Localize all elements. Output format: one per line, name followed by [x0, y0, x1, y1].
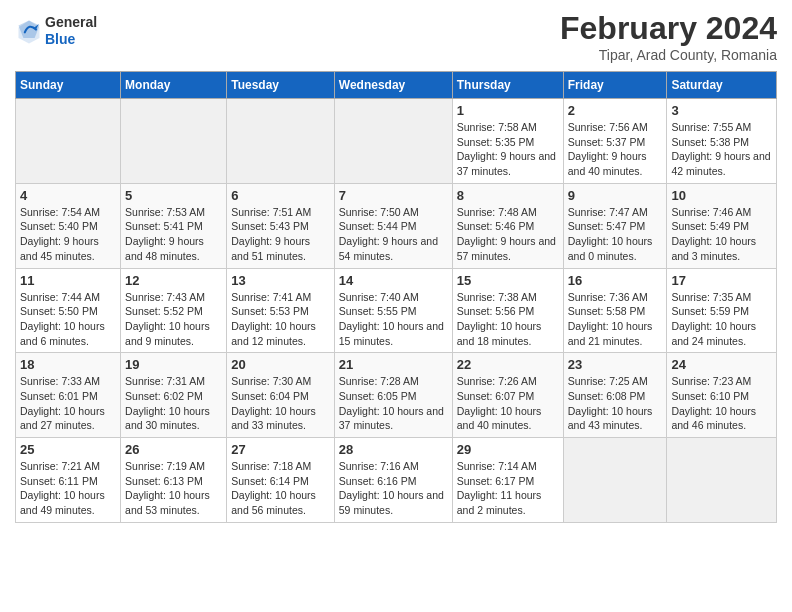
- calendar-cell: 23Sunrise: 7:25 AM Sunset: 6:08 PM Dayli…: [563, 353, 667, 438]
- day-number: 22: [457, 357, 559, 372]
- calendar-cell: 17Sunrise: 7:35 AM Sunset: 5:59 PM Dayli…: [667, 268, 777, 353]
- calendar-cell: 9Sunrise: 7:47 AM Sunset: 5:47 PM Daylig…: [563, 183, 667, 268]
- day-number: 2: [568, 103, 663, 118]
- day-number: 27: [231, 442, 330, 457]
- day-number: 21: [339, 357, 448, 372]
- day-info: Sunrise: 7:19 AM Sunset: 6:13 PM Dayligh…: [125, 459, 222, 518]
- day-number: 7: [339, 188, 448, 203]
- calendar-cell: [334, 99, 452, 184]
- day-number: 28: [339, 442, 448, 457]
- calendar-subtitle: Tipar, Arad County, Romania: [560, 47, 777, 63]
- day-number: 24: [671, 357, 772, 372]
- day-info: Sunrise: 7:33 AM Sunset: 6:01 PM Dayligh…: [20, 374, 116, 433]
- day-info: Sunrise: 7:58 AM Sunset: 5:35 PM Dayligh…: [457, 120, 559, 179]
- calendar-cell: 4Sunrise: 7:54 AM Sunset: 5:40 PM Daylig…: [16, 183, 121, 268]
- day-info: Sunrise: 7:30 AM Sunset: 6:04 PM Dayligh…: [231, 374, 330, 433]
- week-row-1: 1Sunrise: 7:58 AM Sunset: 5:35 PM Daylig…: [16, 99, 777, 184]
- weekday-header-row: SundayMondayTuesdayWednesdayThursdayFrid…: [16, 72, 777, 99]
- day-info: Sunrise: 7:54 AM Sunset: 5:40 PM Dayligh…: [20, 205, 116, 264]
- calendar-cell: 28Sunrise: 7:16 AM Sunset: 6:16 PM Dayli…: [334, 438, 452, 523]
- logo-icon: [15, 17, 43, 45]
- day-info: Sunrise: 7:56 AM Sunset: 5:37 PM Dayligh…: [568, 120, 663, 179]
- day-number: 1: [457, 103, 559, 118]
- day-info: Sunrise: 7:36 AM Sunset: 5:58 PM Dayligh…: [568, 290, 663, 349]
- calendar-cell: [121, 99, 227, 184]
- day-number: 11: [20, 273, 116, 288]
- calendar-cell: 6Sunrise: 7:51 AM Sunset: 5:43 PM Daylig…: [227, 183, 335, 268]
- day-info: Sunrise: 7:16 AM Sunset: 6:16 PM Dayligh…: [339, 459, 448, 518]
- day-number: 19: [125, 357, 222, 372]
- day-info: Sunrise: 7:53 AM Sunset: 5:41 PM Dayligh…: [125, 205, 222, 264]
- calendar-cell: 22Sunrise: 7:26 AM Sunset: 6:07 PM Dayli…: [452, 353, 563, 438]
- day-number: 3: [671, 103, 772, 118]
- calendar-body: 1Sunrise: 7:58 AM Sunset: 5:35 PM Daylig…: [16, 99, 777, 523]
- day-info: Sunrise: 7:26 AM Sunset: 6:07 PM Dayligh…: [457, 374, 559, 433]
- day-info: Sunrise: 7:38 AM Sunset: 5:56 PM Dayligh…: [457, 290, 559, 349]
- day-info: Sunrise: 7:40 AM Sunset: 5:55 PM Dayligh…: [339, 290, 448, 349]
- day-info: Sunrise: 7:41 AM Sunset: 5:53 PM Dayligh…: [231, 290, 330, 349]
- week-row-3: 11Sunrise: 7:44 AM Sunset: 5:50 PM Dayli…: [16, 268, 777, 353]
- day-info: Sunrise: 7:25 AM Sunset: 6:08 PM Dayligh…: [568, 374, 663, 433]
- day-number: 29: [457, 442, 559, 457]
- calendar-cell: 7Sunrise: 7:50 AM Sunset: 5:44 PM Daylig…: [334, 183, 452, 268]
- day-number: 14: [339, 273, 448, 288]
- day-number: 17: [671, 273, 772, 288]
- week-row-2: 4Sunrise: 7:54 AM Sunset: 5:40 PM Daylig…: [16, 183, 777, 268]
- calendar-cell: 11Sunrise: 7:44 AM Sunset: 5:50 PM Dayli…: [16, 268, 121, 353]
- calendar-cell: [16, 99, 121, 184]
- day-info: Sunrise: 7:46 AM Sunset: 5:49 PM Dayligh…: [671, 205, 772, 264]
- day-number: 12: [125, 273, 222, 288]
- day-number: 8: [457, 188, 559, 203]
- calendar-cell: 12Sunrise: 7:43 AM Sunset: 5:52 PM Dayli…: [121, 268, 227, 353]
- calendar-cell: 5Sunrise: 7:53 AM Sunset: 5:41 PM Daylig…: [121, 183, 227, 268]
- day-info: Sunrise: 7:31 AM Sunset: 6:02 PM Dayligh…: [125, 374, 222, 433]
- calendar-cell: 1Sunrise: 7:58 AM Sunset: 5:35 PM Daylig…: [452, 99, 563, 184]
- day-info: Sunrise: 7:55 AM Sunset: 5:38 PM Dayligh…: [671, 120, 772, 179]
- day-number: 9: [568, 188, 663, 203]
- weekday-sunday: Sunday: [16, 72, 121, 99]
- calendar-cell: 2Sunrise: 7:56 AM Sunset: 5:37 PM Daylig…: [563, 99, 667, 184]
- day-info: Sunrise: 7:50 AM Sunset: 5:44 PM Dayligh…: [339, 205, 448, 264]
- day-number: 18: [20, 357, 116, 372]
- day-info: Sunrise: 7:28 AM Sunset: 6:05 PM Dayligh…: [339, 374, 448, 433]
- day-info: Sunrise: 7:18 AM Sunset: 6:14 PM Dayligh…: [231, 459, 330, 518]
- weekday-wednesday: Wednesday: [334, 72, 452, 99]
- day-number: 16: [568, 273, 663, 288]
- calendar-cell: 27Sunrise: 7:18 AM Sunset: 6:14 PM Dayli…: [227, 438, 335, 523]
- calendar-cell: 19Sunrise: 7:31 AM Sunset: 6:02 PM Dayli…: [121, 353, 227, 438]
- logo-text: General Blue: [45, 14, 97, 48]
- calendar-cell: 18Sunrise: 7:33 AM Sunset: 6:01 PM Dayli…: [16, 353, 121, 438]
- calendar-table: SundayMondayTuesdayWednesdayThursdayFrid…: [15, 71, 777, 523]
- calendar-cell: 29Sunrise: 7:14 AM Sunset: 6:17 PM Dayli…: [452, 438, 563, 523]
- week-row-4: 18Sunrise: 7:33 AM Sunset: 6:01 PM Dayli…: [16, 353, 777, 438]
- day-info: Sunrise: 7:21 AM Sunset: 6:11 PM Dayligh…: [20, 459, 116, 518]
- calendar-cell: 16Sunrise: 7:36 AM Sunset: 5:58 PM Dayli…: [563, 268, 667, 353]
- day-info: Sunrise: 7:14 AM Sunset: 6:17 PM Dayligh…: [457, 459, 559, 518]
- day-number: 5: [125, 188, 222, 203]
- page-header: General Blue February 2024 Tipar, Arad C…: [15, 10, 777, 63]
- day-info: Sunrise: 7:48 AM Sunset: 5:46 PM Dayligh…: [457, 205, 559, 264]
- day-info: Sunrise: 7:51 AM Sunset: 5:43 PM Dayligh…: [231, 205, 330, 264]
- day-number: 25: [20, 442, 116, 457]
- calendar-cell: 26Sunrise: 7:19 AM Sunset: 6:13 PM Dayli…: [121, 438, 227, 523]
- day-number: 15: [457, 273, 559, 288]
- day-number: 20: [231, 357, 330, 372]
- calendar-cell: 15Sunrise: 7:38 AM Sunset: 5:56 PM Dayli…: [452, 268, 563, 353]
- week-row-5: 25Sunrise: 7:21 AM Sunset: 6:11 PM Dayli…: [16, 438, 777, 523]
- logo-general-text: General: [45, 14, 97, 31]
- weekday-tuesday: Tuesday: [227, 72, 335, 99]
- calendar-cell: 8Sunrise: 7:48 AM Sunset: 5:46 PM Daylig…: [452, 183, 563, 268]
- day-info: Sunrise: 7:23 AM Sunset: 6:10 PM Dayligh…: [671, 374, 772, 433]
- calendar-cell: 25Sunrise: 7:21 AM Sunset: 6:11 PM Dayli…: [16, 438, 121, 523]
- day-number: 6: [231, 188, 330, 203]
- day-number: 23: [568, 357, 663, 372]
- calendar-header: SundayMondayTuesdayWednesdayThursdayFrid…: [16, 72, 777, 99]
- logo: General Blue: [15, 14, 97, 48]
- weekday-monday: Monday: [121, 72, 227, 99]
- weekday-friday: Friday: [563, 72, 667, 99]
- calendar-cell: [563, 438, 667, 523]
- day-info: Sunrise: 7:44 AM Sunset: 5:50 PM Dayligh…: [20, 290, 116, 349]
- day-number: 4: [20, 188, 116, 203]
- calendar-cell: 21Sunrise: 7:28 AM Sunset: 6:05 PM Dayli…: [334, 353, 452, 438]
- day-info: Sunrise: 7:43 AM Sunset: 5:52 PM Dayligh…: [125, 290, 222, 349]
